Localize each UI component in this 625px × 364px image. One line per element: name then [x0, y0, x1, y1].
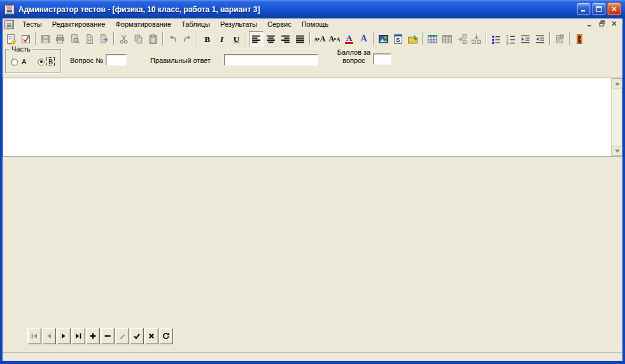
insert-symbol-icon: Б	[393, 34, 404, 45]
align-left-button[interactable]	[249, 31, 263, 46]
maximize-icon	[596, 3, 602, 15]
insert-row-button[interactable]	[469, 31, 484, 46]
scroll-down-icon	[615, 150, 620, 153]
bullet-list-icon	[491, 34, 502, 45]
correct-answer-label: Правильный ответ	[150, 57, 211, 64]
open-file-button[interactable]	[405, 31, 420, 46]
nav-prior-icon	[45, 332, 53, 340]
save-button[interactable]	[38, 31, 53, 46]
mdi-close-button[interactable]	[609, 20, 619, 29]
nav-prior-button[interactable]	[42, 328, 56, 344]
export-button[interactable]	[97, 31, 111, 46]
insert-table-button[interactable]	[425, 31, 440, 46]
properties-button[interactable]	[552, 31, 567, 46]
question-number-input[interactable]	[106, 54, 127, 66]
font-grow-icon: A▸A	[314, 35, 326, 43]
menu-item-formatting[interactable]: Форматирование	[110, 19, 176, 29]
toolbar-group	[38, 31, 111, 46]
status-bar	[3, 353, 622, 361]
mdi-minimize-button[interactable]	[585, 20, 595, 29]
mdi-restore-icon	[599, 20, 605, 28]
nav-last-button[interactable]	[71, 328, 85, 344]
underline-icon: U	[234, 35, 239, 43]
check-test-button[interactable]	[18, 31, 33, 46]
bullet-list-button[interactable]	[489, 31, 503, 46]
nav-delete-button[interactable]	[101, 328, 115, 344]
page-button[interactable]	[82, 31, 97, 46]
undo-button[interactable]	[165, 31, 180, 46]
underline-button[interactable]: U	[229, 31, 244, 46]
toolbar-group: BIU	[200, 31, 244, 46]
print-button[interactable]	[53, 31, 67, 46]
toolbar-separator	[549, 32, 550, 45]
nav-next-button[interactable]	[57, 328, 71, 344]
font-color-icon: A	[345, 34, 353, 44]
nav-first-button[interactable]	[27, 328, 41, 344]
nav-edit-button[interactable]	[115, 328, 129, 344]
minimize-button[interactable]	[577, 3, 591, 15]
nav-insert-button[interactable]	[86, 328, 100, 344]
window-title: Администратор тестов - [физика, 10 класс…	[18, 5, 260, 14]
menu-item-results[interactable]: Результаты	[215, 19, 262, 29]
font-grow-button[interactable]: A▸A	[312, 31, 327, 46]
indent-decrease-button[interactable]	[533, 31, 547, 46]
close-button[interactable]	[607, 3, 621, 15]
mdi-document-icon	[4, 20, 14, 29]
toolbar-separator	[246, 32, 246, 45]
toolbar-group	[425, 31, 484, 46]
question-editor[interactable]	[3, 78, 610, 156]
nav-post-icon	[133, 332, 141, 340]
menu-item-help[interactable]: Помощь	[297, 19, 334, 29]
svg-text:3: 3	[507, 41, 509, 45]
paste-button[interactable]	[146, 31, 160, 46]
nav-first-icon	[31, 332, 38, 340]
font-color-button[interactable]: A	[342, 31, 356, 46]
copy-button[interactable]	[131, 31, 146, 46]
scroll-up-button[interactable]	[612, 78, 622, 88]
insert-symbol-button[interactable]: Б	[391, 31, 405, 46]
editor-scrollbar[interactable]	[611, 78, 622, 156]
insert-column-button[interactable]	[454, 31, 469, 46]
menu-item-service[interactable]: Сервис	[262, 19, 297, 29]
export-icon	[99, 34, 109, 45]
scroll-down-button[interactable]	[612, 146, 622, 156]
points-input[interactable]	[373, 53, 391, 65]
question-form: Часть AB Вопрос № Правильный ответ Балло…	[3, 48, 622, 78]
nav-refresh-button[interactable]	[159, 328, 173, 344]
insert-image-button[interactable]	[376, 31, 391, 46]
nav-post-button[interactable]	[130, 328, 144, 344]
menu-item-tests[interactable]: Тесты	[17, 19, 47, 29]
part-b-radio[interactable]: B	[38, 58, 54, 66]
menu-item-editing[interactable]: Редактирование	[47, 19, 111, 29]
maximize-button[interactable]	[592, 3, 606, 15]
print-preview-button[interactable]	[67, 31, 82, 46]
cut-button[interactable]	[116, 31, 131, 46]
nav-cancel-button[interactable]	[144, 328, 158, 344]
bold-button[interactable]: B	[200, 31, 214, 46]
align-center-button[interactable]	[263, 31, 278, 46]
numbered-list-button[interactable]: 123	[503, 31, 518, 46]
redo-button[interactable]	[180, 31, 195, 46]
indent-increase-button[interactable]	[518, 31, 533, 46]
exit-button[interactable]	[572, 31, 587, 46]
toolbar-group	[116, 31, 160, 46]
insert-row-icon	[471, 34, 482, 45]
new-test-button[interactable]	[4, 31, 18, 46]
font-shrink-button[interactable]: A▸A	[327, 31, 342, 46]
toolbar-group	[552, 31, 567, 46]
table-properties-button[interactable]	[440, 31, 454, 46]
align-right-button[interactable]	[278, 31, 293, 46]
nav-delete-icon	[104, 332, 111, 340]
toolbar-separator	[373, 32, 374, 45]
font-icon: A	[360, 34, 367, 43]
mdi-restore-button[interactable]	[597, 20, 607, 29]
italic-button[interactable]: I	[214, 31, 229, 46]
title-bar[interactable]: Администратор тестов - [физика, 10 класс…	[0, 0, 625, 18]
minimize-icon	[580, 3, 587, 15]
radio-a-label: A	[20, 58, 27, 66]
correct-answer-input[interactable]	[224, 54, 318, 66]
align-justify-button[interactable]	[293, 31, 307, 46]
part-a-radio[interactable]: A	[11, 58, 27, 66]
menu-item-tables[interactable]: Таблицы	[176, 19, 215, 29]
font-button[interactable]: A	[356, 31, 371, 46]
